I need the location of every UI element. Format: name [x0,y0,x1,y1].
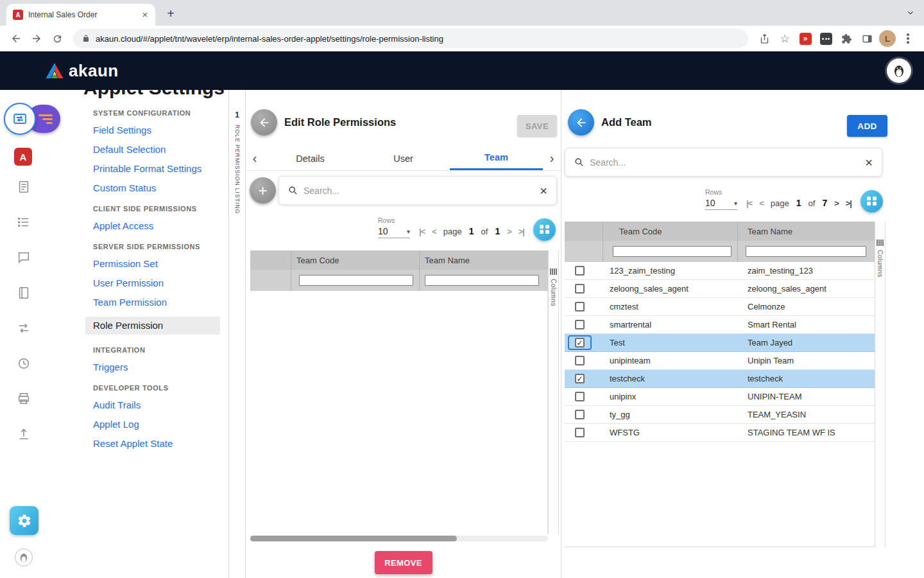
first-page-button[interactable]: |< [746,198,752,208]
sidebar-item-custom-status[interactable]: Custom Status [93,183,228,193]
add-search-input[interactable] [590,157,859,168]
team-code-filter-input[interactable] [613,246,732,257]
profile-avatar[interactable]: L [878,29,897,48]
edit-panel-back-button[interactable] [251,109,277,136]
clear-search-icon[interactable]: × [865,156,873,169]
tabs-scroll-left-icon[interactable]: ‹ [246,146,264,170]
sidebar-item-team-permission[interactable]: Team Permission [93,297,228,308]
sidebar-item-default-selection[interactable]: Default Selection [93,144,228,155]
sidebar-item-audit-trails[interactable]: Audit Trails [93,400,228,410]
add-button[interactable]: ADD [847,115,887,137]
quick-transfer-button[interactable] [4,103,36,135]
history-clock-icon[interactable] [15,355,32,372]
reload-icon[interactable] [47,29,67,48]
team-row[interactable]: ty_ggTEAM_YEASIN [565,406,875,424]
rows-per-page-select[interactable]: Rows 10▾ [378,216,410,238]
team-row-checkbox[interactable] [575,302,585,311]
back-icon[interactable] [6,29,26,48]
last-page-button[interactable]: >| [518,227,524,236]
transfer-arrows-icon[interactable] [15,320,32,337]
team-row[interactable]: zeloong_sales_agentzeloong_sales_agent [565,280,875,298]
team-row[interactable]: TestTeam Jayed [565,334,875,352]
add-row-plus-button[interactable]: + [250,177,276,204]
browser-menu-kebab-icon[interactable] [898,29,918,48]
clear-search-icon[interactable]: × [540,184,547,197]
team-row[interactable]: smartrentalSmart Rental [565,316,875,334]
remove-button[interactable]: REMOVE [375,551,432,574]
extensions-puzzle-icon[interactable] [837,29,856,48]
team-row[interactable]: unipinteamUnipin Team [565,352,875,370]
share-icon[interactable] [755,29,774,48]
extension-dark-icon[interactable] [816,29,835,48]
list-icon[interactable] [15,214,32,231]
sidebar-item-triggers[interactable]: Triggers [93,362,228,372]
team-row-checkbox[interactable] [575,374,585,383]
new-tab-button[interactable]: + [162,4,180,22]
team-row-checkbox[interactable] [575,392,585,401]
save-button[interactable]: SAVE [517,115,557,137]
team-row[interactable]: testchecktestcheck [565,370,875,388]
sidebar-item-reset-applet-state[interactable]: Reset Applet State [93,439,228,449]
team-name-filter-input[interactable] [425,275,539,286]
team-row-checkbox[interactable] [575,338,585,347]
team-name-filter-input[interactable] [746,246,866,257]
browser-tab[interactable]: A Internal Sales Order × [6,4,155,26]
book-icon[interactable] [15,285,32,301]
bookmark-star-icon[interactable]: ☆ [775,29,794,48]
team-row-checkbox[interactable] [575,266,585,276]
edit-columns-strip[interactable]: Columns [548,250,559,534]
prev-page-button[interactable]: < [759,198,764,208]
tab-user[interactable]: User [357,146,450,170]
prev-page-button[interactable]: < [432,227,436,236]
grid-view-button[interactable] [533,218,556,241]
team-row[interactable]: 123_zaim_testingzaim_testing_123 [565,262,875,280]
tab-search-chevron-icon[interactable] [906,8,915,17]
team-row-checkbox[interactable] [575,320,585,329]
next-page-button[interactable]: > [507,227,511,236]
chat-icon[interactable] [15,249,32,266]
edit-search-input[interactable] [304,186,534,196]
first-page-button[interactable]: |< [419,227,425,236]
forward-icon[interactable] [27,29,46,48]
sidebar-item-applet-log[interactable]: Applet Log [93,419,228,430]
team-code-cell: unipinteam [603,352,738,369]
tab-close-icon[interactable]: × [140,10,150,20]
pdf-app-icon[interactable]: A [14,148,32,166]
sidebar-item-user-permission[interactable]: User Permission [93,278,228,288]
grid-view-button[interactable] [860,190,883,213]
tab-team[interactable]: Team [450,146,543,170]
team-row-checkbox[interactable] [575,284,585,293]
sidebar-item-role-permission[interactable]: Role Permission [85,317,220,335]
receipt-icon[interactable] [15,179,32,195]
sidebar-item-field-settings[interactable]: Field Settings [93,125,228,136]
settings-gear-button[interactable] [10,506,38,535]
user-avatar-penguin[interactable] [887,58,911,83]
upload-icon[interactable] [15,426,32,442]
extension-red-icon[interactable]: » [796,29,815,48]
sidebar-item-permission-set[interactable]: Permission Set [93,259,228,269]
sidebar-item-printable-format-settings[interactable]: Printable Format Settings [93,164,228,174]
tabs-scroll-right-icon[interactable]: › [543,146,561,170]
url-bar[interactable]: akaun.cloud/#/applet/tnt/wavelet/erp/int… [73,29,748,48]
akaun-logo[interactable]: akaun [45,61,119,81]
team-row-checkbox[interactable] [575,356,585,365]
team-row[interactable]: cmztestCelmonze [565,298,875,316]
last-page-button[interactable]: >| [846,198,851,208]
tab-details[interactable]: Details [264,146,357,170]
team-row-checkbox[interactable] [575,428,585,437]
sidebar-item-applet-access[interactable]: Applet Access [93,221,228,231]
role-permission-listing-vtab[interactable]: 1 ROLE PERMISSION LISTING [229,90,246,578]
side-panel-icon[interactable] [857,29,877,48]
penguin-help-button[interactable] [15,548,33,566]
team-row[interactable]: unipinxUNIPIN-TEAM [565,388,875,406]
add-columns-strip[interactable]: Columns [875,222,886,547]
team-row-checkbox[interactable] [575,410,585,419]
hscroll-thumb[interactable] [250,536,457,541]
printer-icon[interactable] [15,390,32,407]
next-page-button[interactable]: > [834,198,839,208]
team-code-filter-input[interactable] [299,275,413,286]
add-panel-back-button[interactable] [568,109,594,136]
team-row[interactable]: WFSTGSTAGING TEAM WF IS [565,424,875,442]
rows-per-page-select[interactable]: Rows 10▾ [705,188,737,210]
horizontal-scrollbar[interactable] [250,536,548,541]
